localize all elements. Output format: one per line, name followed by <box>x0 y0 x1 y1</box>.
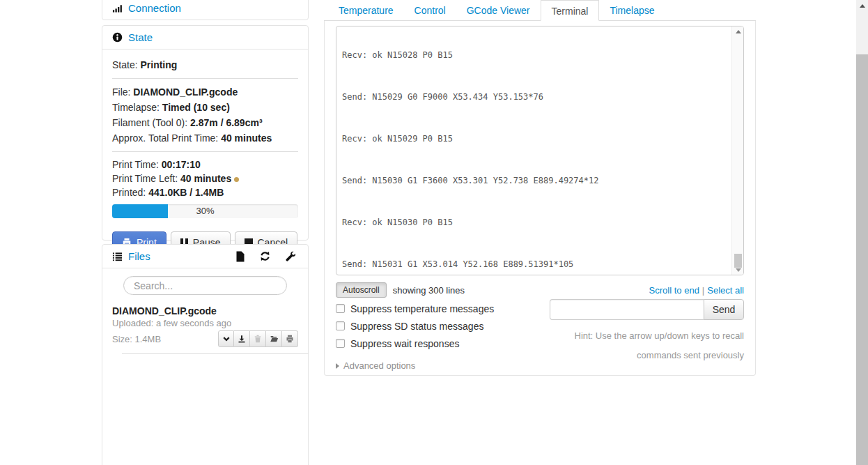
file-download-button[interactable] <box>234 330 250 347</box>
printer-icon <box>286 335 294 343</box>
terminal-line: Recv: ok N15030 P0 B15 <box>342 215 743 229</box>
file-entry-size: Size: 1.4MB <box>112 334 161 344</box>
approx-print-time-value: 40 minutes <box>221 132 272 144</box>
checkbox-label: Suppress SD status messages <box>350 321 483 332</box>
timelapse-value: Timed (10 sec) <box>162 102 230 113</box>
print-time-row: Print Time: 00:17:10 <box>112 158 298 171</box>
checkbox-label: Suppress temperature messages <box>350 303 494 314</box>
info-icon <box>112 32 123 43</box>
terminal-scrollbar[interactable] <box>731 26 743 275</box>
divider <box>112 78 298 79</box>
caret-right-icon <box>336 363 339 369</box>
files-panel-title: Files <box>128 250 150 262</box>
file-action-buttons <box>218 330 298 347</box>
connection-panel-header[interactable]: Connection <box>102 0 308 20</box>
showing-lines-text: showing 300 lines <box>393 285 465 296</box>
checkbox-label: Suppress wait responses <box>350 338 459 349</box>
printed-value: 441.0KB / 1.4MB <box>148 187 224 198</box>
suppress-wait-checkbox[interactable] <box>336 339 345 348</box>
connection-panel: Connection <box>102 0 309 20</box>
signal-icon <box>112 3 123 13</box>
suppress-wait-row: Suppress wait responses <box>336 335 566 352</box>
divider <box>112 151 298 152</box>
print-time-value: 00:17:10 <box>162 159 201 170</box>
tab-temperature[interactable]: Temperature <box>328 0 404 20</box>
send-button[interactable]: Send <box>704 299 744 320</box>
print-progress-bar: 30% <box>112 204 298 218</box>
terminal-tab-content: Recv: ok N15028 P0 B15 Send: N15029 G0 F… <box>324 21 756 376</box>
page-scrollbar[interactable] <box>856 0 868 465</box>
suppress-temperature-row: Suppress temperature messages <box>336 300 566 317</box>
download-icon <box>238 335 246 343</box>
file-row: File: DIAMOND_CLIP.gcode <box>112 84 298 100</box>
files-panel-header[interactable]: Files <box>102 245 308 268</box>
file-value: DIAMOND_CLIP.gcode <box>133 86 238 98</box>
terminal-command-input[interactable] <box>550 299 704 320</box>
terminal-scroll-down-button[interactable] <box>732 265 744 275</box>
autoscroll-toggle[interactable]: Autoscroll <box>336 282 387 298</box>
terminal-log[interactable]: Recv: ok N15028 P0 B15 Send: N15029 G0 F… <box>336 26 744 275</box>
file-search-input[interactable] <box>123 276 287 295</box>
suppress-temperature-checkbox[interactable] <box>336 304 345 313</box>
suppress-sd-status-checkbox[interactable] <box>336 321 345 330</box>
file-icon <box>235 251 245 262</box>
file-filter-button[interactable] <box>235 251 245 262</box>
tab-timelapse[interactable]: Timelapse <box>599 0 665 20</box>
timelapse-row: Timelapse: Timed (10 sec) <box>112 100 298 115</box>
file-delete-button[interactable] <box>250 330 266 347</box>
refresh-icon <box>260 251 270 261</box>
machine-state-value: Printing <box>140 59 177 70</box>
file-load-button[interactable] <box>266 330 282 347</box>
main-area: Temperature Control GCode Viewer Termina… <box>324 0 756 376</box>
page-scroll-up-button[interactable] <box>856 0 868 12</box>
state-panel-title: State <box>128 31 153 43</box>
terminal-hint: Hint: Use the arrow up/down keys to reca… <box>550 326 744 365</box>
estimate-accuracy-dot <box>234 177 239 182</box>
terminal-line: Send: N15029 G0 F9000 X53.434 Y53.153*76 <box>342 90 743 104</box>
scroll-to-end-link[interactable]: Scroll to end <box>649 285 699 296</box>
tab-bar: Temperature Control GCode Viewer Termina… <box>324 0 756 21</box>
tab-gcode-viewer[interactable]: GCode Viewer <box>456 0 541 20</box>
state-panel: State State: Printing File: DIAMOND_CLIP… <box>102 25 309 241</box>
terminal-line: Recv: ok N15029 P0 B15 <box>342 132 743 146</box>
divider <box>122 353 309 354</box>
wrench-icon <box>285 251 295 261</box>
file-entry-name: DIAMOND_CLIP.gcode <box>112 305 298 317</box>
refresh-files-button[interactable] <box>260 251 270 261</box>
state-panel-body: State: Printing File: DIAMOND_CLIP.gcode… <box>102 49 308 261</box>
terminal-line: Send: N15031 G1 X53.014 Y52.168 E889.513… <box>342 257 743 271</box>
list-icon <box>112 251 123 261</box>
state-panel-header[interactable]: State <box>102 26 308 49</box>
select-all-link[interactable]: Select all <box>707 285 744 296</box>
advanced-options-toggle[interactable]: Advanced options <box>336 360 566 371</box>
folder-icon <box>270 335 279 343</box>
file-entry-uploaded: Uploaded: a few seconds ago <box>112 317 298 330</box>
tab-control[interactable]: Control <box>404 0 456 20</box>
file-expand-button[interactable] <box>218 330 234 347</box>
files-settings-button[interactable] <box>285 251 295 261</box>
terminal-line: Send: N15030 G1 F3600 X53.301 Y52.738 E8… <box>342 174 743 188</box>
machine-state-row: State: Printing <box>112 57 298 73</box>
print-time-left-row: Print Time Left: 40 minutes <box>112 171 298 185</box>
print-time-left-value: 40 minutes <box>180 173 231 184</box>
trash-icon <box>254 335 262 343</box>
file-list-item[interactable]: DIAMOND_CLIP.gcode Uploaded: a few secon… <box>102 303 308 354</box>
files-panel: Files <box>102 244 309 465</box>
suppress-sd-status-row: Suppress SD status messages <box>336 317 566 335</box>
printed-row: Printed: 441.0KB / 1.4MB <box>112 185 298 199</box>
filament-value: 2.87m / 6.89cm³ <box>190 117 263 128</box>
filament-row: Filament (Tool 0): 2.87m / 6.89cm³ <box>112 115 298 130</box>
connection-panel-title: Connection <box>128 2 181 14</box>
progress-percent: 30% <box>112 204 298 218</box>
file-print-button[interactable] <box>282 330 298 347</box>
tab-terminal[interactable]: Terminal <box>541 0 600 21</box>
terminal-scroll-up-button[interactable] <box>732 26 744 36</box>
approx-print-time-row: Approx. Total Print Time: 40 minutes <box>112 130 298 146</box>
terminal-line: Recv: ok N15028 P0 B15 <box>342 48 743 62</box>
page-scrollbar-thumb[interactable] <box>856 54 868 465</box>
chevron-down-icon <box>222 335 231 343</box>
